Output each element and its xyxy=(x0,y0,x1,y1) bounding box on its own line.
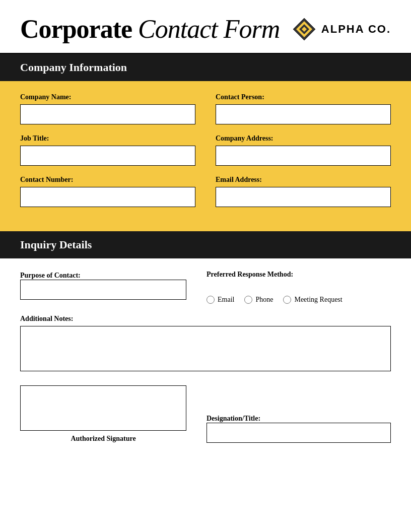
notes-label: Additional Notes: xyxy=(20,315,73,322)
radio-email-input[interactable] xyxy=(207,296,215,304)
company-address-col: Company Address: xyxy=(216,135,391,166)
contact-person-label: Contact Person: xyxy=(216,93,391,101)
company-section-header: Company Information xyxy=(0,54,411,81)
company-address-input[interactable] xyxy=(216,146,391,166)
company-address-label: Company Address: xyxy=(216,135,391,143)
signature-row: Authorized Signature Designation/Title: xyxy=(20,385,391,443)
contact-person-col: Contact Person: xyxy=(216,93,391,124)
radio-email-label: Email xyxy=(218,296,234,304)
logo: ALPHA CO. xyxy=(292,17,391,41)
job-title-col: Job Title: xyxy=(20,135,195,166)
company-name-label: Company Name: xyxy=(20,93,195,101)
contact-number-label: Contact Number: xyxy=(20,176,195,184)
form-row-2: Job Title: Company Address: xyxy=(20,135,391,166)
response-method-label: Preferred Response Method: xyxy=(207,271,391,279)
response-col: Preferred Response Method: Email Phone M… xyxy=(207,271,391,304)
logo-text: ALPHA CO. xyxy=(321,23,391,36)
radio-phone-label: Phone xyxy=(255,296,273,304)
radio-group: Email Phone Meeting Request xyxy=(207,296,391,304)
purpose-label: Purpose of Contact: xyxy=(20,272,81,279)
signature-label: Authorized Signature xyxy=(71,435,135,443)
inquiry-row-1: Purpose of Contact: Preferred Response M… xyxy=(20,271,391,304)
signature-box[interactable] xyxy=(20,385,186,431)
radio-phone-input[interactable] xyxy=(244,296,252,304)
company-name-input[interactable] xyxy=(20,104,195,124)
job-title-input[interactable] xyxy=(20,146,195,166)
contact-number-input[interactable] xyxy=(20,187,195,207)
notes-textarea[interactable] xyxy=(20,326,391,371)
page-title: Corporate Contact Form xyxy=(20,14,280,44)
contact-person-input[interactable] xyxy=(216,104,391,124)
email-address-label: Email Address: xyxy=(216,176,391,184)
form-row-3: Contact Number: Email Address: xyxy=(20,176,391,207)
page: Corporate Contact Form ALPHA CO. Company… xyxy=(0,0,411,532)
designation-input[interactable] xyxy=(207,423,391,443)
email-address-col: Email Address: xyxy=(216,176,391,207)
signature-col: Authorized Signature xyxy=(20,385,186,443)
company-name-col: Company Name: xyxy=(20,93,195,124)
email-address-input[interactable] xyxy=(216,187,391,207)
form-row-1: Company Name: Contact Person: xyxy=(20,93,391,124)
purpose-col: Purpose of Contact: xyxy=(20,271,186,300)
purpose-input[interactable] xyxy=(20,280,186,300)
radio-phone: Phone xyxy=(244,296,273,304)
designation-col: Designation/Title: xyxy=(207,414,391,443)
designation-label: Designation/Title: xyxy=(207,415,260,422)
inquiry-section-header: Inquiry Details xyxy=(0,231,411,258)
logo-icon xyxy=(292,17,316,41)
radio-email: Email xyxy=(207,296,234,304)
radio-meeting-label: Meeting Request xyxy=(294,296,342,304)
job-title-label: Job Title: xyxy=(20,135,195,143)
contact-number-col: Contact Number: xyxy=(20,176,195,207)
page-header: Corporate Contact Form ALPHA CO. xyxy=(0,0,411,53)
radio-meeting-input[interactable] xyxy=(283,296,291,304)
radio-meeting: Meeting Request xyxy=(283,296,342,304)
company-info-section: Company Name: Contact Person: Job Title:… xyxy=(0,81,411,231)
inquiry-info-section: Purpose of Contact: Preferred Response M… xyxy=(0,258,411,457)
notes-section: Additional Notes: xyxy=(20,314,391,373)
